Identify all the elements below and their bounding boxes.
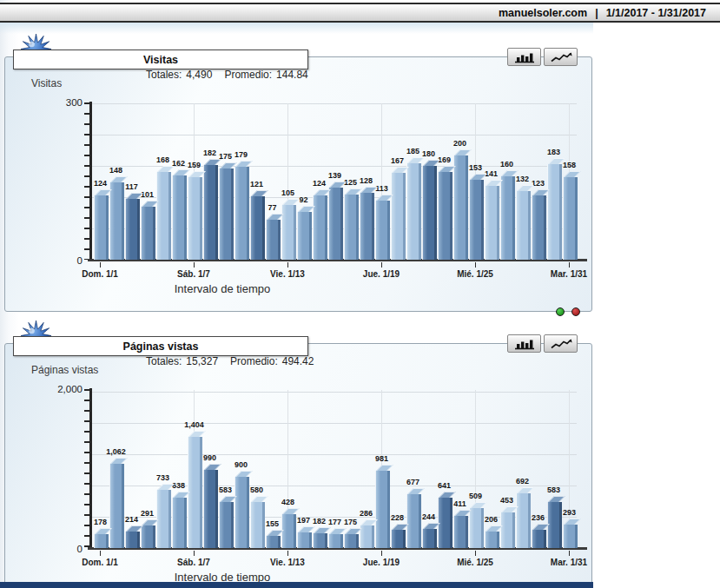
bar[interactable]: 153 — [469, 180, 484, 260]
bar[interactable]: 286 — [360, 525, 374, 548]
bar[interactable]: 77 — [266, 220, 281, 260]
bar[interactable]: 185 — [406, 163, 421, 260]
chart-view-toggle — [507, 334, 578, 353]
x-tick-label: Jue. 1/19 — [363, 558, 400, 567]
bar[interactable]: 167 — [391, 173, 406, 260]
bar[interactable]: 244 — [422, 529, 437, 548]
pageviews-plot-area: 2,000 0 1781,0622142917336381,4049905839… — [92, 390, 577, 548]
totals-value: 15,327 — [186, 355, 218, 367]
line-chart-view-button[interactable] — [544, 48, 578, 66]
chart-summary: Totales:15,327Promedio:494.42 — [146, 355, 314, 367]
bar[interactable]: 291 — [141, 525, 155, 549]
bar[interactable]: 182 — [313, 533, 327, 548]
bar[interactable]: 183 — [547, 164, 562, 260]
bar[interactable]: 124 — [94, 195, 109, 260]
bar[interactable]: 900 — [234, 477, 249, 548]
bar[interactable]: 175 — [219, 168, 234, 260]
chart-title-box: Páginas vistas — [13, 336, 308, 356]
bar[interactable]: 411 — [453, 516, 468, 548]
bar[interactable]: 159 — [188, 177, 202, 260]
bar[interactable]: 92 — [297, 212, 312, 260]
totals-label: Totales: — [146, 355, 182, 367]
bar[interactable]: 580 — [250, 502, 265, 548]
bar[interactable]: 128 — [360, 193, 374, 260]
bar-top-face — [188, 431, 206, 437]
bar-top-face — [439, 492, 456, 498]
x-tick-label: Jue. 1/19 — [363, 269, 400, 279]
bar[interactable]: 155 — [266, 536, 281, 548]
bar-value-label: 121 — [250, 180, 263, 188]
y-axis — [89, 388, 92, 549]
bar[interactable]: 981 — [375, 471, 390, 548]
bar[interactable]: 453 — [500, 512, 515, 548]
bar[interactable]: 236 — [532, 530, 546, 549]
bar[interactable]: 124 — [313, 195, 327, 260]
bar[interactable]: 175 — [344, 534, 359, 548]
red-indicator-icon[interactable] — [571, 307, 580, 316]
bar[interactable]: 197 — [297, 532, 312, 548]
bar-value-label: 132 — [516, 175, 529, 183]
bar-chart-view-button[interactable] — [507, 334, 541, 353]
bar[interactable]: 132 — [516, 191, 531, 260]
bar[interactable]: 206 — [485, 532, 499, 548]
x-axis-tick — [100, 262, 101, 268]
bar[interactable]: 990 — [203, 470, 218, 548]
bar[interactable]: 121 — [250, 196, 265, 260]
bar[interactable]: 125 — [344, 195, 359, 260]
bar-top-face — [235, 161, 253, 167]
x-tick-label: Mié. 1/25 — [457, 558, 493, 567]
bar[interactable]: 692 — [516, 493, 531, 548]
average-value: 494.42 — [282, 355, 314, 367]
bar-value-label: 101 — [141, 190, 154, 199]
bar[interactable]: 214 — [125, 532, 140, 549]
bar[interactable]: 509 — [469, 508, 484, 548]
bar[interactable]: 177 — [328, 534, 343, 548]
bar[interactable]: 583 — [547, 502, 562, 548]
bar-top-face — [251, 496, 268, 502]
bar-value-label: 641 — [438, 481, 451, 490]
bar[interactable]: 428 — [281, 514, 296, 548]
bar[interactable]: 139 — [328, 188, 343, 260]
bar[interactable]: 117 — [125, 199, 140, 260]
bar[interactable]: 148 — [109, 182, 124, 260]
x-axis-tick — [287, 262, 288, 268]
totals-value: 4,490 — [186, 69, 212, 81]
bar[interactable]: 101 — [141, 207, 155, 260]
bar[interactable]: 179 — [234, 167, 249, 260]
bar-top-face — [329, 528, 347, 534]
bar[interactable]: 162 — [172, 175, 187, 260]
bar[interactable]: 293 — [563, 525, 578, 548]
green-indicator-icon[interactable] — [556, 307, 565, 316]
bar[interactable]: 123 — [532, 195, 546, 260]
bar-value-label: 981 — [375, 454, 388, 463]
bar[interactable]: 228 — [391, 530, 406, 548]
bar[interactable]: 158 — [563, 177, 578, 260]
bar-value-label: 206 — [485, 515, 498, 524]
bars-container: 1781,0622142917336381,404990583900580155… — [94, 390, 577, 548]
bar[interactable]: 1,404 — [188, 437, 202, 548]
bar-chart-view-button[interactable] — [507, 48, 541, 66]
bar[interactable]: 178 — [94, 534, 109, 548]
bar[interactable]: 1,062 — [109, 464, 124, 548]
bar[interactable]: 113 — [375, 201, 390, 260]
bar-value-label: 153 — [469, 163, 482, 172]
bar[interactable]: 677 — [406, 494, 421, 548]
bar[interactable]: 168 — [156, 172, 171, 260]
bar[interactable]: 160 — [500, 176, 515, 260]
bar-top-face — [251, 190, 268, 196]
bar[interactable]: 180 — [422, 166, 437, 260]
bar[interactable]: 200 — [453, 155, 468, 260]
bar-value-label: 160 — [500, 160, 513, 168]
bar[interactable]: 182 — [203, 165, 218, 260]
bar[interactable]: 638 — [172, 498, 187, 548]
totals-label: Totales: — [146, 69, 182, 81]
bar-value-label: 733 — [156, 473, 169, 482]
bar-top-face — [517, 487, 534, 493]
bar[interactable]: 583 — [219, 502, 234, 548]
bar[interactable]: 169 — [438, 172, 452, 260]
x-axis-tick — [381, 262, 382, 268]
bar-value-label: 453 — [500, 496, 513, 505]
line-chart-view-button[interactable] — [544, 334, 578, 353]
bar[interactable]: 141 — [485, 186, 499, 260]
bar-value-label: 177 — [328, 518, 341, 526]
